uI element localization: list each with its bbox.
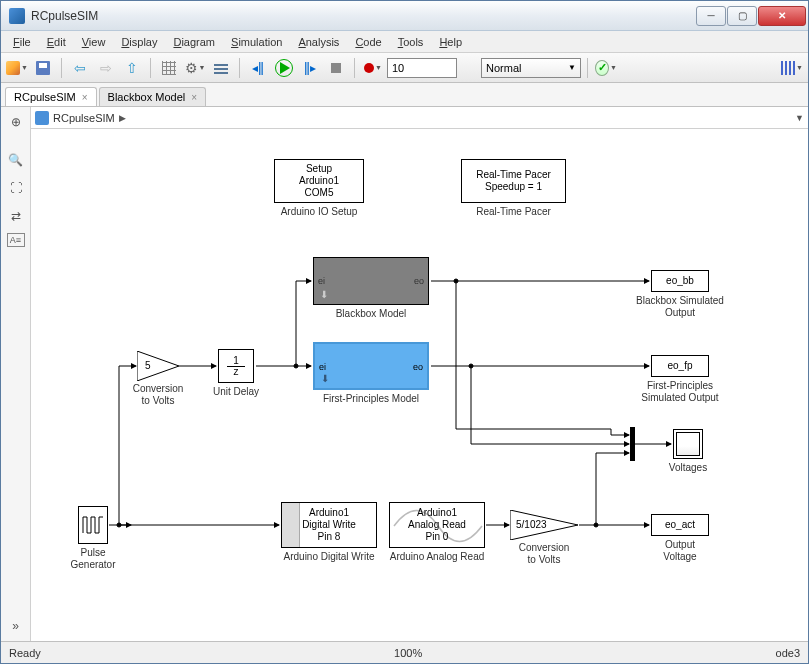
build-button[interactable]: ▼: [780, 56, 804, 80]
simulation-mode-select[interactable]: Normal▼: [481, 58, 581, 78]
label-gain2-line1: Conversion: [505, 542, 583, 553]
check-icon: ✓: [595, 60, 609, 76]
menu-simulation[interactable]: Simulation: [223, 34, 290, 50]
unitdelay-den: z: [234, 367, 239, 377]
label-scope: Voltages: [663, 462, 713, 473]
menu-analysis[interactable]: Analysis: [290, 34, 347, 50]
model-explorer-button[interactable]: [209, 56, 233, 80]
label-eo-fp-line2: Simulated Output: [631, 392, 729, 403]
breadcrumb-dropdown[interactable]: ▼: [795, 113, 804, 123]
model-canvas[interactable]: Setup Arduino1 COM5 Arduino IO Setup Rea…: [31, 129, 808, 641]
block-unit-delay[interactable]: 1 z: [218, 349, 254, 383]
save-button[interactable]: [31, 56, 55, 80]
tab-close-icon[interactable]: ×: [82, 92, 88, 103]
menu-file[interactable]: File: [5, 34, 39, 50]
model-config-button[interactable]: ⚙▼: [183, 56, 207, 80]
subsystem-arrow-icon: ⬇: [321, 373, 329, 385]
tab-rcpulsesim[interactable]: RCpulseSIM×: [5, 87, 97, 106]
dwrite-port-bg: [282, 503, 300, 547]
menu-display[interactable]: Display: [113, 34, 165, 50]
menu-tools[interactable]: Tools: [390, 34, 432, 50]
annotation-button[interactable]: A≡: [7, 233, 25, 247]
new-icon: [6, 61, 20, 75]
block-realtime-pacer[interactable]: Real-Time Pacer Speedup = 1: [461, 159, 566, 203]
toggle-sample-time-button[interactable]: ⇄: [5, 205, 27, 227]
expand-button[interactable]: »: [5, 615, 27, 637]
menubar: File Edit View Display Diagram Simulatio…: [1, 31, 808, 53]
model-icon: [35, 111, 49, 125]
update-diagram-button[interactable]: ✓▼: [594, 56, 618, 80]
status-left: Ready: [9, 647, 41, 659]
menu-code[interactable]: Code: [347, 34, 389, 50]
tab-blackbox-model[interactable]: Blackbox Model×: [99, 87, 207, 106]
label-digital-write: Arduino Digital Write: [276, 551, 382, 562]
setup-line1: Setup: [306, 163, 332, 175]
label-pulse-line2: Generator: [63, 559, 123, 570]
port-ei: ei: [319, 362, 326, 373]
maximize-button[interactable]: ▢: [727, 6, 757, 26]
forward-button[interactable]: ⇨: [94, 56, 118, 80]
close-button[interactable]: ✕: [758, 6, 806, 26]
step-forward-icon: ǁ▸: [304, 61, 316, 75]
simulation-stop-time-input[interactable]: [387, 58, 457, 78]
block-gain-conversion-to-volts-1[interactable]: 5: [137, 351, 179, 381]
play-icon: [275, 59, 293, 77]
zoom-in-button[interactable]: 🔍: [5, 149, 27, 171]
model-tabs: RCpulseSIM× Blackbox Model×: [1, 83, 808, 107]
status-solver: ode3: [776, 647, 800, 659]
fit-view-button[interactable]: ⛶: [5, 177, 27, 199]
label-eo-act-line2: Voltage: [651, 551, 709, 562]
block-mux[interactable]: [630, 427, 635, 461]
record-button[interactable]: ▼: [361, 56, 385, 80]
arrow-up-icon: ⇧: [126, 60, 138, 76]
minimize-button[interactable]: ─: [696, 6, 726, 26]
hide-browser-button[interactable]: ⊕: [5, 111, 27, 133]
status-zoom: 100%: [394, 647, 422, 659]
menu-view[interactable]: View: [74, 34, 114, 50]
tag-text: eo_act: [665, 519, 695, 531]
menu-edit[interactable]: Edit: [39, 34, 74, 50]
up-button[interactable]: ⇧: [120, 56, 144, 80]
unitdelay-num: 1: [233, 356, 239, 366]
save-icon: [36, 61, 50, 75]
stop-button[interactable]: [324, 56, 348, 80]
titlebar: RCpulseSIM ─ ▢ ✕: [1, 1, 808, 31]
tag-text: eo_bb: [666, 275, 694, 287]
label-eo-bb-line2: Output: [626, 307, 734, 318]
svg-point-4: [594, 523, 598, 527]
block-goto-eo-bb[interactable]: eo_bb: [651, 270, 709, 292]
app-icon: [9, 8, 25, 24]
gain2-value: 5/1023: [516, 519, 547, 530]
block-first-principles-model[interactable]: ei eo ⬇: [313, 342, 429, 390]
toolbar: ▼ ⇦ ⇨ ⇧ ⚙▼ ◂ǁ ǁ▸ ▼ Normal▼ ✓▼ ▼: [1, 53, 808, 83]
subsystem-arrow-icon: ⬇: [320, 289, 328, 301]
list-icon: [214, 62, 228, 74]
new-model-button[interactable]: ▼: [5, 56, 29, 80]
block-arduino-setup[interactable]: Setup Arduino1 COM5: [274, 159, 364, 203]
block-pulse-generator[interactable]: [78, 506, 108, 544]
step-back-button[interactable]: ◂ǁ: [246, 56, 270, 80]
label-gain1-line1: Conversion: [127, 383, 189, 394]
block-arduino-analog-read[interactable]: Arduino1 Analog Read Pin 0: [389, 502, 485, 548]
step-back-icon: ◂ǁ: [252, 61, 264, 75]
block-goto-eo-act[interactable]: eo_act: [651, 514, 709, 536]
library-browser-button[interactable]: [157, 56, 181, 80]
gain-value: 5: [145, 360, 151, 371]
menu-diagram[interactable]: Diagram: [165, 34, 223, 50]
block-scope-voltages[interactable]: [673, 429, 703, 459]
run-button[interactable]: [272, 56, 296, 80]
menu-help[interactable]: Help: [431, 34, 470, 50]
step-forward-button[interactable]: ǁ▸: [298, 56, 322, 80]
tab-close-icon[interactable]: ×: [191, 92, 197, 103]
label-arduino-setup: Arduino IO Setup: [274, 206, 364, 217]
tab-label: RCpulseSIM: [14, 91, 76, 103]
back-button[interactable]: ⇦: [68, 56, 92, 80]
block-blackbox-model[interactable]: ei eo ⬇: [313, 257, 429, 305]
canvas-side-toolbar: ⊕ 🔍 ⛶ ⇄ A≡ »: [1, 107, 31, 641]
breadcrumb-model[interactable]: RCpulseSIM: [53, 112, 115, 124]
stop-icon: [331, 63, 341, 73]
label-unit-delay: Unit Delay: [208, 386, 264, 397]
block-goto-eo-fp[interactable]: eo_fp: [651, 355, 709, 377]
block-gain-conversion-to-volts-2[interactable]: 5/1023: [510, 510, 578, 540]
block-arduino-digital-write[interactable]: Arduino1 Digital Write Pin 8: [281, 502, 377, 548]
